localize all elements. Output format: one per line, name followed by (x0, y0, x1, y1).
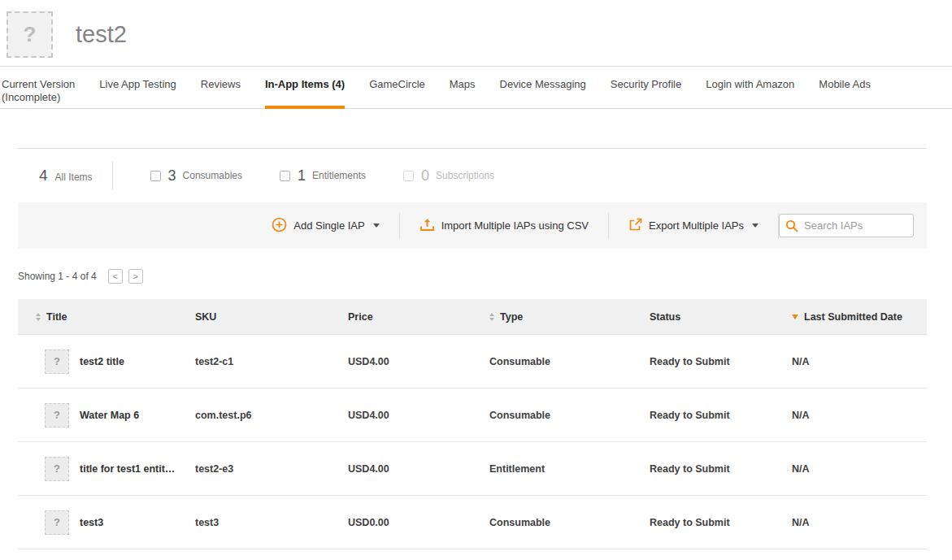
iap-type: Consumable (489, 517, 650, 528)
filter-consumables[interactable]: 3 Consumables (150, 167, 242, 184)
iap-filter-bar: 4 All Items 3 Consumables 1 Entitlements… (18, 148, 927, 202)
filter-all-items[interactable]: 4 All Items (18, 167, 93, 184)
import-multiple-iaps-button[interactable]: Import Multiple IAPs using CSV (400, 218, 608, 234)
iap-last-submitted: N/A (792, 463, 927, 475)
table-row[interactable]: ? title for test1 entit… test2-e3 USD4.0… (18, 442, 927, 496)
question-mark-icon: ? (54, 355, 60, 367)
iap-title-cell: ? test2 title (18, 349, 195, 374)
app-icon-placeholder: ? (7, 11, 53, 58)
column-header-status[interactable]: Status (650, 311, 792, 323)
iap-title[interactable]: title for test1 entit… (80, 463, 175, 475)
subscriptions-checkbox (403, 171, 414, 181)
iap-sku: test3 (195, 517, 348, 528)
table-row[interactable]: ? test3 test3 USD0.00 Consumable Ready t… (18, 496, 927, 549)
pagination-summary: Showing 1 - 4 of 4 (18, 271, 97, 282)
plus-circle-icon (272, 217, 287, 235)
tab-maps[interactable]: Maps (450, 67, 476, 108)
entitlements-checkbox[interactable] (280, 171, 290, 181)
tab-mobile-ads[interactable]: Mobile Ads (819, 67, 871, 108)
iap-thumbnail: ? (45, 349, 69, 374)
chevron-down-icon (373, 224, 380, 228)
consumables-checkbox[interactable] (150, 171, 161, 181)
iap-title-cell: ? Water Map 6 (18, 403, 195, 428)
import-multiple-iaps-label: Import Multiple IAPs using CSV (441, 219, 589, 232)
iap-price: USD4.00 (348, 463, 489, 475)
main-content: 4 All Items 3 Consumables 1 Entitlements… (18, 148, 927, 549)
column-label: Title (46, 311, 67, 323)
entitlements-label: Entitlements (312, 170, 366, 181)
sort-descending-icon (792, 315, 798, 319)
consumables-label: Consumables (183, 170, 242, 181)
iap-last-submitted: N/A (792, 410, 927, 421)
filter-entitlements[interactable]: 1 Entitlements (280, 167, 366, 184)
pagination: Showing 1 - 4 of 4 < > (18, 267, 927, 286)
question-mark-icon: ? (54, 516, 60, 528)
export-multiple-iaps-label: Export Multiple IAPs (649, 219, 744, 232)
column-header-last-submitted[interactable]: Last Submitted Date (792, 311, 927, 323)
column-label: Type (500, 311, 523, 323)
table-row[interactable]: ? test2 title test2-c1 USD4.00 Consumabl… (18, 335, 927, 389)
consumables-count: 3 (168, 167, 176, 184)
iap-price: USD4.00 (348, 410, 489, 421)
iap-title[interactable]: Water Map 6 (80, 410, 139, 421)
tab-live-app-testing[interactable]: Live App Testing (99, 67, 176, 108)
iap-action-bar: Add Single IAP Import Multiple IAPs usin… (18, 202, 927, 249)
iap-title[interactable]: test3 (80, 517, 103, 528)
iap-status: Ready to Submit (650, 356, 792, 367)
iap-status: Ready to Submit (650, 463, 792, 475)
iap-sku: test2-e3 (195, 463, 348, 475)
tab-sublabel: (Incomplete) (2, 91, 75, 103)
tab-label: Current Version (2, 78, 75, 90)
tab-device-messaging[interactable]: Device Messaging (500, 67, 586, 108)
search-input[interactable] (779, 214, 914, 237)
column-header-title[interactable]: Title (18, 311, 195, 323)
sort-icon (489, 313, 494, 321)
tab-gamecircle[interactable]: GameCircle (369, 67, 425, 108)
question-mark-icon: ? (24, 22, 37, 47)
tab-in-app-items[interactable]: In-App Items (4) (265, 67, 345, 108)
question-mark-icon: ? (54, 409, 60, 421)
iap-last-submitted: N/A (792, 517, 927, 528)
entitlements-count: 1 (298, 167, 306, 184)
app-header: ? test2 (0, 0, 952, 67)
column-label: Status (650, 311, 680, 323)
table-header: Title SKU Price Type Status Last Submitt… (18, 299, 927, 335)
upload-icon (419, 218, 435, 234)
column-header-price[interactable]: Price (348, 311, 489, 323)
iap-type: Consumable (489, 356, 650, 367)
page-title: test2 (76, 21, 127, 48)
magnifier-icon (785, 219, 798, 236)
iap-thumbnail: ? (45, 510, 69, 535)
next-page-button[interactable]: > (128, 269, 143, 284)
iap-type: Consumable (489, 410, 650, 421)
iap-price: USD0.00 (348, 517, 489, 528)
filter-subscriptions: 0 Subscriptions (403, 167, 494, 184)
column-header-type[interactable]: Type (489, 311, 650, 323)
question-mark-icon: ? (54, 462, 60, 475)
iap-status: Ready to Submit (650, 517, 792, 528)
iap-price: USD4.00 (348, 356, 489, 367)
iap-table: Title SKU Price Type Status Last Submitt… (18, 299, 927, 549)
tab-reviews[interactable]: Reviews (201, 67, 241, 108)
column-label: SKU (195, 311, 216, 323)
iap-title[interactable]: test2 title (80, 356, 124, 367)
export-icon (628, 218, 642, 234)
tab-security-profile[interactable]: Security Profile (611, 67, 681, 108)
filter-divider (112, 162, 113, 189)
prev-page-button[interactable]: < (108, 269, 123, 284)
column-label: Price (348, 311, 373, 323)
table-row[interactable]: ? Water Map 6 com.test.p6 USD4.00 Consum… (18, 389, 927, 442)
iap-sku: test2-c1 (195, 356, 348, 367)
all-items-label: All Items (55, 171, 93, 183)
column-header-sku[interactable]: SKU (195, 311, 348, 323)
export-multiple-iaps-button[interactable]: Export Multiple IAPs (609, 218, 778, 234)
search-iaps (779, 214, 914, 237)
add-single-iap-button[interactable]: Add Single IAP (252, 217, 398, 235)
tab-current-version[interactable]: Current Version (Incomplete) (2, 67, 75, 108)
app-tab-bar: Current Version (Incomplete) Live App Te… (0, 67, 952, 109)
subscriptions-count: 0 (421, 167, 429, 184)
chevron-down-icon (752, 224, 759, 228)
tab-login-with-amazon[interactable]: Login with Amazon (706, 67, 794, 108)
iap-title-cell: ? test3 (18, 510, 195, 535)
column-label: Last Submitted Date (804, 311, 902, 323)
